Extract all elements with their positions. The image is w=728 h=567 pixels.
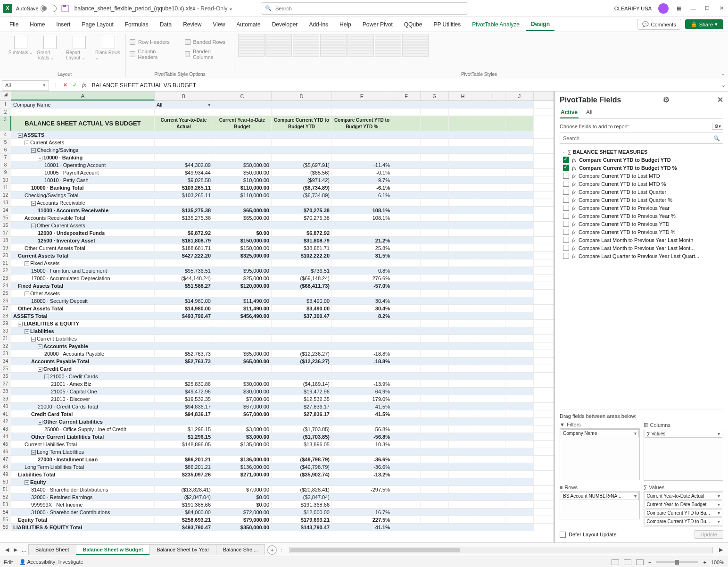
search-box[interactable]: 🔍Search: [261, 2, 468, 15]
cell[interactable]: [449, 146, 477, 153]
cell[interactable]: [392, 244, 421, 251]
row-label[interactable]: −Accounts Receivable: [11, 199, 155, 206]
style-swatch[interactable]: [238, 34, 265, 57]
cell[interactable]: [477, 433, 505, 440]
cell[interactable]: [392, 358, 421, 365]
ribbon-tab-formulas[interactable]: Formulas: [120, 18, 153, 31]
actual-cell[interactable]: [155, 131, 213, 138]
variance-pct-cell[interactable]: -36.6%: [332, 463, 392, 470]
cell[interactable]: [477, 448, 505, 455]
cell[interactable]: [392, 425, 421, 433]
row-label[interactable]: 31000 · Shareholder Contributions: [11, 509, 155, 516]
cell[interactable]: [392, 305, 421, 312]
cell[interactable]: [421, 252, 449, 259]
cell[interactable]: [449, 139, 477, 146]
cell[interactable]: [421, 350, 449, 357]
cell[interactable]: [505, 524, 534, 531]
variance-pct-cell[interactable]: [332, 229, 392, 236]
row-header[interactable]: 17: [0, 229, 11, 236]
actual-cell[interactable]: $135,275.38: [155, 207, 213, 214]
row-header[interactable]: 50: [0, 478, 11, 485]
select-all-corner[interactable]: ◢: [0, 92, 11, 100]
cell[interactable]: [505, 108, 534, 116]
row-label[interactable]: Accounts Payable Total: [11, 358, 155, 365]
variance-pct-cell[interactable]: 21.2%: [332, 237, 392, 244]
cell[interactable]: [392, 373, 421, 380]
actual-cell[interactable]: $135,275.38: [155, 214, 213, 221]
cell[interactable]: [392, 146, 421, 153]
variance-pct-cell[interactable]: 25.8%: [332, 244, 392, 251]
cell[interactable]: [392, 139, 421, 146]
field-checkbox[interactable]: [563, 165, 569, 171]
name-box[interactable]: A3▾: [2, 80, 49, 91]
cell[interactable]: [505, 169, 534, 176]
cell[interactable]: [392, 229, 421, 236]
cell[interactable]: [449, 275, 477, 282]
row-header[interactable]: 45: [0, 441, 11, 448]
cell[interactable]: [449, 380, 477, 387]
budget-cell[interactable]: [213, 335, 272, 342]
zoom-level[interactable]: 100%: [711, 559, 724, 565]
formula-content[interactable]: BALANCE SHEET ACTUAL VS BUDGET: [89, 82, 719, 89]
ribbon-tab-review[interactable]: Review: [178, 18, 206, 31]
close-button[interactable]: ✕: [718, 5, 725, 12]
row-label[interactable]: 999999X · Net Income: [11, 501, 155, 508]
actual-cell[interactable]: $1,296.15: [155, 433, 213, 440]
row-header[interactable]: 23: [0, 275, 11, 282]
actual-cell[interactable]: $103,265.11: [155, 184, 213, 191]
cell[interactable]: [392, 509, 421, 516]
budget-cell[interactable]: [213, 448, 272, 455]
variance-cell[interactable]: ($5,697.91): [272, 161, 332, 168]
cell[interactable]: [477, 335, 505, 342]
row-header[interactable]: 1: [0, 101, 11, 108]
variance-pct-cell[interactable]: [332, 139, 392, 146]
area-item[interactable]: Current Year-to-Date Budget▾: [645, 500, 723, 509]
variance-pct-cell[interactable]: -6.1%: [332, 192, 392, 199]
cell[interactable]: [505, 410, 534, 417]
variance-cell[interactable]: [272, 365, 332, 372]
ribbon-expand-icon[interactable]: ⌄: [721, 71, 725, 77]
cell[interactable]: [449, 516, 477, 523]
cell[interactable]: [477, 305, 505, 312]
variance-cell[interactable]: $12,000.00: [272, 509, 332, 516]
cell[interactable]: [505, 207, 534, 214]
field-checkbox[interactable]: [563, 181, 569, 187]
style-swatch[interactable]: [293, 34, 319, 57]
filters-area[interactable]: ▼ Filters Company Name▾: [560, 422, 640, 481]
zoom-out-icon[interactable]: −: [648, 559, 651, 565]
budget-cell[interactable]: [213, 199, 272, 206]
budget-cell[interactable]: $7,000.00: [213, 395, 272, 402]
budget-cell[interactable]: $0.00: [213, 493, 272, 500]
variance-cell[interactable]: $12,532.35: [272, 395, 332, 402]
row-label[interactable]: 27000 · Installment Loan: [11, 456, 155, 463]
cell[interactable]: [392, 456, 421, 463]
budget-cell[interactable]: $150,000.00: [213, 244, 272, 251]
budget-cell[interactable]: $11,490.00: [213, 297, 272, 304]
cell[interactable]: [505, 312, 534, 319]
cell[interactable]: [421, 275, 449, 282]
cell[interactable]: [505, 297, 534, 304]
variance-pct-cell[interactable]: -18.8%: [332, 358, 392, 365]
accept-formula-icon[interactable]: ✓: [70, 82, 79, 88]
cell[interactable]: [421, 267, 449, 274]
variance-cell[interactable]: $27,836.17: [272, 403, 332, 410]
row-label[interactable]: 12000 · Undeposited Funds: [11, 229, 155, 236]
row-label[interactable]: −Current Liabilities: [11, 335, 155, 342]
cell[interactable]: [505, 154, 534, 161]
variance-cell[interactable]: $13,896.05: [272, 441, 332, 448]
cell[interactable]: [392, 380, 421, 387]
variance-cell[interactable]: $3,490.00: [272, 297, 332, 304]
cell[interactable]: [477, 207, 505, 214]
cell[interactable]: [477, 441, 505, 448]
cell[interactable]: [392, 342, 421, 350]
sheet-tab[interactable]: Balance She ...: [216, 544, 265, 555]
cell[interactable]: [421, 139, 449, 146]
variance-pct-cell[interactable]: 179.0%: [332, 395, 392, 402]
cell[interactable]: [505, 176, 534, 183]
report-layout-button[interactable]: Report Layout ⌄: [66, 34, 92, 60]
field-checkbox[interactable]: [563, 245, 569, 251]
cell[interactable]: [421, 358, 449, 365]
cell[interactable]: [449, 176, 477, 183]
variance-cell[interactable]: $736.51: [272, 267, 332, 274]
row-label[interactable]: ASSETS Total: [11, 312, 155, 319]
